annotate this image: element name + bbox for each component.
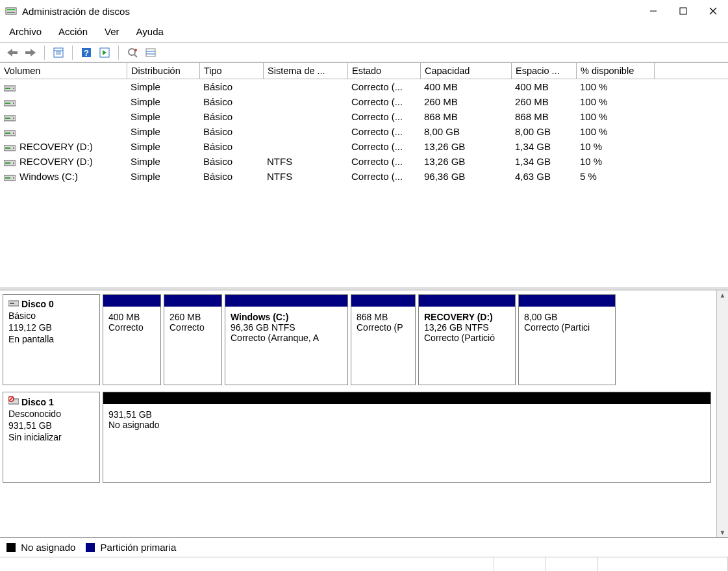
- partition[interactable]: 8,00 GBCorrecto (Partici: [518, 294, 616, 385]
- partition-label: RECOVERY (D:): [424, 312, 510, 322]
- minimize-button[interactable]: [638, 0, 668, 22]
- partition[interactable]: 260 MBCorrecto: [164, 294, 222, 385]
- drive-icon: [4, 98, 16, 106]
- volume-layout-cell: Simple: [127, 94, 199, 109]
- volume-free-cell: 1,34 GB: [511, 139, 576, 154]
- partition-status: Correcto (P: [357, 322, 410, 333]
- disk-icon: [8, 299, 19, 309]
- volume-row[interactable]: SimpleBásicoCorrecto (...260 MB260 MB100…: [0, 94, 728, 109]
- partition[interactable]: 868 MBCorrecto (P: [351, 294, 416, 385]
- partition[interactable]: RECOVERY (D:)13,26 GB NTFSCorrecto (Part…: [418, 294, 516, 385]
- drive-icon: [4, 173, 16, 181]
- volume-status-cell: Correcto (...: [347, 154, 420, 169]
- volume-row[interactable]: RECOVERY (D:)SimpleBásicoCorrecto (...13…: [0, 139, 728, 154]
- volume-row[interactable]: SimpleBásicoCorrecto (...8,00 GB8,00 GB1…: [0, 124, 728, 139]
- forward-button[interactable]: [23, 45, 38, 60]
- partition[interactable]: Windows (C:)96,36 GB NTFSCorrecto (Arran…: [225, 294, 348, 385]
- volume-status-cell: Correcto (...: [347, 124, 420, 139]
- partition-label: Windows (C:): [231, 312, 342, 322]
- svg-point-31: [13, 118, 14, 119]
- menu-bar: Archivo Acción Ver Ayuda: [0, 22, 728, 43]
- partition-size: 8,00 GB: [524, 312, 610, 322]
- svg-point-34: [13, 133, 14, 134]
- volume-row[interactable]: Windows (C:)SimpleBásicoNTFSCorrecto (..…: [0, 169, 728, 184]
- help-icon[interactable]: ?: [79, 45, 94, 60]
- partition-body: 8,00 GBCorrecto (Partici: [519, 307, 615, 385]
- maximize-button[interactable]: [668, 0, 698, 22]
- svg-rect-2: [7, 12, 15, 13]
- properties-icon[interactable]: [51, 45, 66, 60]
- col-capacity[interactable]: Capacidad: [420, 62, 511, 79]
- volume-status-cell: Correcto (...: [347, 139, 420, 154]
- menu-file[interactable]: Archivo: [6, 25, 44, 38]
- svg-marker-16: [103, 50, 107, 55]
- volume-row[interactable]: SimpleBásicoCorrecto (...868 MB868 MB100…: [0, 109, 728, 124]
- volume-row[interactable]: RECOVERY (D:)SimpleBásicoNTFSCorrecto (.…: [0, 154, 728, 169]
- disk-warning-icon: [8, 396, 19, 407]
- volume-fs-cell: [263, 79, 347, 94]
- svg-rect-36: [5, 147, 10, 149]
- disk-info[interactable]: Disco 0Básico119,12 GBEn pantalla: [3, 294, 100, 385]
- col-volume[interactable]: Volumen: [0, 62, 127, 79]
- legend-primary: Partición primaria: [86, 542, 176, 553]
- svg-rect-9: [54, 48, 63, 57]
- vertical-scrollbar[interactable]: ▲ ▼: [716, 290, 728, 537]
- col-layout[interactable]: Distribución: [127, 62, 199, 79]
- volume-pct-cell: 5 %: [576, 169, 654, 184]
- volume-rows: SimpleBásicoCorrecto (...400 MB400 MB100…: [0, 79, 728, 184]
- partition-header-primary: [351, 295, 415, 307]
- disk-info[interactable]: Disco 1Desconocido931,51 GBSin inicializ…: [3, 392, 100, 483]
- rescan-icon[interactable]: [125, 45, 140, 60]
- partition-body: Windows (C:)96,36 GB NTFSCorrecto (Arran…: [225, 307, 347, 385]
- volume-capacity-cell: 96,36 GB: [420, 169, 511, 184]
- list-icon[interactable]: [144, 45, 158, 60]
- svg-point-40: [13, 162, 14, 164]
- svg-rect-4: [680, 8, 686, 14]
- disk-row: Disco 1Desconocido931,51 GBSin inicializ…: [3, 392, 711, 483]
- volume-name-label: RECOVERY (D:): [19, 156, 93, 167]
- disk-size: 119,12 GB: [8, 322, 94, 333]
- disk-mgmt-icon: [5, 5, 17, 17]
- disk-name: Disco 0: [8, 299, 94, 309]
- refresh-icon[interactable]: [97, 45, 112, 60]
- partition-header-primary: [519, 295, 615, 307]
- scroll-up-icon[interactable]: ▲: [720, 292, 726, 299]
- partition[interactable]: 931,51 GBNo asignado: [103, 392, 711, 483]
- partition-container: 931,51 GBNo asignado: [103, 392, 711, 483]
- col-type[interactable]: Tipo: [199, 62, 263, 79]
- volume-layout-cell: Simple: [127, 124, 199, 139]
- legend-unallocated: No asignado: [6, 542, 75, 553]
- volume-list-header[interactable]: Volumen Distribución Tipo Sistema de ...…: [0, 62, 728, 79]
- scroll-down-icon[interactable]: ▼: [720, 529, 726, 536]
- volume-layout-cell: Simple: [127, 154, 199, 169]
- back-button[interactable]: [5, 45, 19, 60]
- partition[interactable]: 400 MBCorrecto: [103, 294, 161, 385]
- svg-point-17: [129, 49, 135, 55]
- volume-fs-cell: [263, 94, 347, 109]
- volume-name-cell: [0, 124, 127, 139]
- menu-help[interactable]: Ayuda: [134, 25, 166, 38]
- svg-rect-33: [5, 133, 10, 134]
- disk-status: Sin inicializar: [8, 432, 94, 442]
- partition-body: 400 MBCorrecto: [103, 307, 160, 385]
- col-status[interactable]: Estado: [347, 62, 420, 79]
- volume-free-cell: 400 MB: [511, 79, 576, 94]
- volume-name-cell: [0, 94, 127, 109]
- menu-view[interactable]: Ver: [102, 25, 122, 38]
- volume-status-cell: Correcto (...: [347, 169, 420, 184]
- menu-action[interactable]: Acción: [56, 25, 90, 38]
- col-pct[interactable]: % disponible: [576, 62, 654, 79]
- close-button[interactable]: [698, 0, 728, 22]
- volume-type-cell: Básico: [199, 79, 263, 94]
- partition-header-primary: [103, 295, 160, 307]
- svg-rect-24: [5, 88, 10, 89]
- volume-row[interactable]: SimpleBásicoCorrecto (...400 MB400 MB100…: [0, 79, 728, 94]
- col-fs[interactable]: Sistema de ...: [263, 62, 347, 79]
- partition-size: 868 MB: [357, 312, 410, 322]
- svg-rect-42: [5, 177, 10, 179]
- svg-line-18: [134, 55, 137, 57]
- title-bar: Administración de discos: [0, 0, 728, 22]
- volume-name-cell: Windows (C:): [0, 169, 127, 184]
- col-free[interactable]: Espacio ...: [511, 62, 576, 79]
- partition-header-primary: [225, 295, 347, 307]
